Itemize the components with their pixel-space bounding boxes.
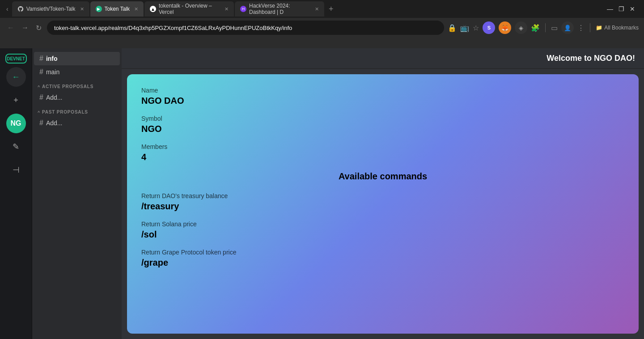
extension-icon-fox[interactable]: 🦊 — [499, 21, 511, 34]
channel-label-info: info — [46, 55, 58, 62]
forward-button[interactable]: → — [20, 22, 30, 34]
channel-label-add-active: Add... — [46, 94, 63, 101]
tab-vercel-label: tokentalk - Overview – Vercel — [159, 3, 220, 15]
main-content: Welcome to NGO DAO! Name NGO DAO Symbol … — [122, 48, 644, 339]
app-layout: DEVNET ← + NG ✎ ⊣ # info # main ^ — [0, 48, 644, 339]
tab-hackverse-label: HackVerse 2024: Dashboard | D — [249, 3, 310, 15]
tab-github-label: Vamsieth/Token-Talk — [26, 6, 76, 12]
toolbar-separator — [545, 23, 546, 32]
tab-token-talk[interactable]: ▶ Token Talk ✕ — [90, 1, 144, 17]
section-label-past: PAST PROPOSALS — [42, 110, 88, 114]
tab-vercel[interactable]: ▲ tokentalk - Overview – Vercel ✕ — [144, 1, 234, 17]
dao-symbol-label: Symbol — [141, 115, 624, 122]
command-sol-desc: Return Solana price — [141, 220, 624, 228]
command-grape-desc: Return Grape Protocol token price — [141, 249, 624, 256]
dao-name-value: NGO DAO — [141, 96, 624, 106]
command-sol-value: /sol — [141, 229, 624, 240]
channel-hash-add-past: # — [39, 119, 43, 127]
channel-label-add-past: Add... — [46, 119, 63, 127]
dao-info-card: Name NGO DAO Symbol NGO Members 4 Availa… — [127, 74, 639, 334]
command-treasury-desc: Return DAO's treasury balance — [141, 192, 624, 199]
close-button[interactable]: ✕ — [630, 5, 635, 13]
bookmark-separator — [590, 23, 590, 32]
menu-icon[interactable]: ⋮ — [577, 24, 585, 32]
browser-toolbar: 🔒 📺 ☆ S 🦊 ◈ 🧩 ▭ 👤 ⋮ 📁 All Bookmarks — [448, 21, 639, 34]
command-sol: Return Solana price /sol — [141, 220, 624, 240]
minimize-button[interactable]: — — [607, 5, 613, 13]
lock-icon: 🔒 — [448, 24, 457, 32]
content-header: Welcome to NGO DAO! — [122, 48, 644, 69]
ng-avatar[interactable]: NG — [6, 114, 26, 133]
star-icon[interactable]: ☆ — [473, 24, 479, 32]
commands-title: Available commands — [141, 171, 624, 182]
tab-github-close[interactable]: ✕ — [80, 6, 84, 12]
extensions-icon[interactable]: 🧩 — [531, 24, 540, 32]
dao-symbol-value: NGO — [141, 124, 624, 134]
profile-icon-s[interactable]: S — [483, 21, 495, 34]
dao-name-field: Name NGO DAO — [141, 87, 624, 106]
tab-token-talk-label: Token Talk — [105, 6, 130, 12]
channel-item-add-past[interactable]: # Add... — [34, 116, 120, 130]
window-controls: — ❐ ✕ — [607, 5, 640, 13]
edit-button[interactable]: ✎ — [6, 137, 26, 157]
restore-button[interactable]: ❐ — [619, 5, 624, 13]
section-active-proposals[interactable]: ^ ACTIVE PROPOSALS — [32, 79, 122, 91]
add-server-button[interactable]: + — [6, 90, 26, 110]
logout-button[interactable]: ⊣ — [6, 160, 26, 180]
bookmarks-button[interactable]: 📁 All Bookmarks — [596, 25, 639, 31]
dao-symbol-field: Symbol NGO — [141, 115, 624, 134]
channel-hash-add-active: # — [39, 93, 43, 102]
command-grape: Return Grape Protocol token price /grape — [141, 249, 624, 268]
tab-github[interactable]: Vamsieth/Token-Talk ✕ — [12, 1, 89, 17]
user-profile-icon[interactable]: 👤 — [561, 21, 574, 34]
channel-label-main: main — [46, 68, 59, 76]
address-bar-row: ← → ↻ 🔒 📺 ☆ S 🦊 ◈ 🧩 ▭ 👤 ⋮ 📁 All Bookmark… — [0, 18, 644, 38]
command-treasury-value: /treasury — [141, 201, 624, 212]
content-body[interactable]: Name NGO DAO Symbol NGO Members 4 Availa… — [122, 69, 644, 339]
section-arrow-past: ^ — [38, 110, 40, 114]
browser-chrome: ‹ Vamsieth/Token-Talk ✕ ▶ Token Talk ✕ ▲… — [0, 0, 644, 48]
new-tab-button[interactable]: + — [325, 4, 337, 15]
section-label-active: ACTIVE PROPOSALS — [42, 84, 93, 89]
address-input[interactable] — [47, 21, 444, 35]
back-button[interactable]: ← — [5, 22, 16, 34]
tab-hackverse[interactable]: H HackVerse 2024: Dashboard | D ✕ — [235, 1, 324, 17]
dao-name-label: Name — [141, 87, 624, 94]
channel-item-add-active[interactable]: # Add... — [34, 91, 120, 104]
channel-hash-info: # — [39, 55, 43, 63]
tab-vercel-close[interactable]: ✕ — [225, 6, 229, 12]
dao-members-field: Members 4 — [141, 143, 624, 162]
sidebar-toggle[interactable]: ▭ — [551, 24, 558, 32]
reload-button[interactable]: ↻ — [34, 22, 43, 34]
devnet-badge: DEVNET — [5, 54, 27, 64]
cast-icon[interactable]: 📺 — [460, 24, 469, 32]
command-grape-value: /grape — [141, 258, 624, 268]
tab-back-arrow[interactable]: ‹ — [4, 4, 11, 14]
channel-item-info[interactable]: # info — [34, 52, 120, 65]
dao-members-label: Members — [141, 143, 624, 150]
back-icon-button[interactable]: ← — [6, 67, 26, 87]
tab-token-talk-close[interactable]: ✕ — [134, 6, 138, 12]
dao-members-value: 4 — [141, 152, 624, 162]
tab-bar: ‹ Vamsieth/Token-Talk ✕ ▶ Token Talk ✕ ▲… — [0, 0, 644, 18]
channel-sidebar: # info # main ^ ACTIVE PROPOSALS # Add..… — [32, 48, 122, 339]
section-arrow-active: ^ — [38, 85, 40, 89]
tab-hackverse-close[interactable]: ✕ — [315, 6, 319, 12]
section-past-proposals[interactable]: ^ PAST PROPOSALS — [32, 104, 122, 116]
channel-hash-main: # — [39, 68, 43, 76]
command-treasury: Return DAO's treasury balance /treasury — [141, 192, 624, 212]
channel-item-main[interactable]: # main — [34, 65, 120, 79]
sidebar-icons: DEVNET ← + NG ✎ ⊣ — [0, 48, 32, 339]
page-title: Welcome to NGO DAO! — [547, 54, 635, 63]
extension-icon-dark[interactable]: ◈ — [515, 21, 527, 34]
